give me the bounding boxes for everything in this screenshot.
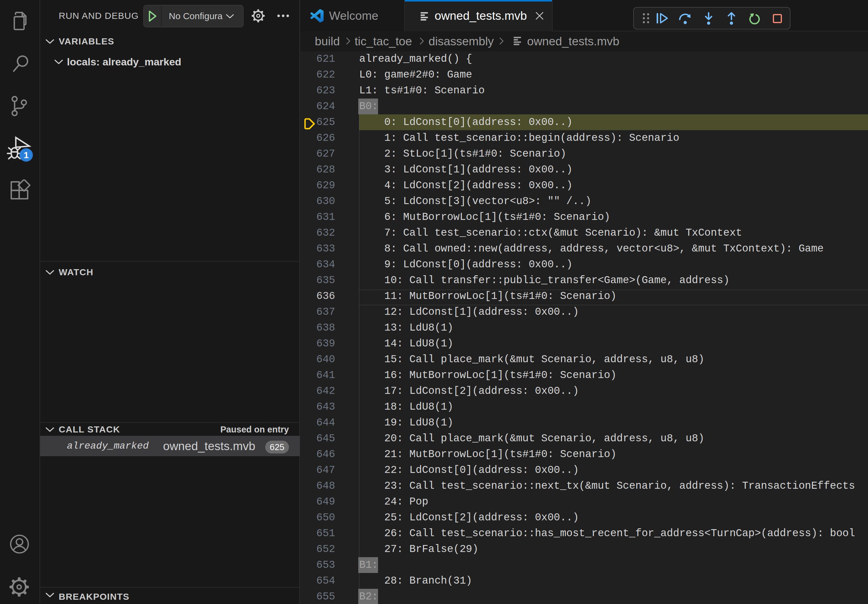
svg-text:1: 1 [24,150,29,160]
